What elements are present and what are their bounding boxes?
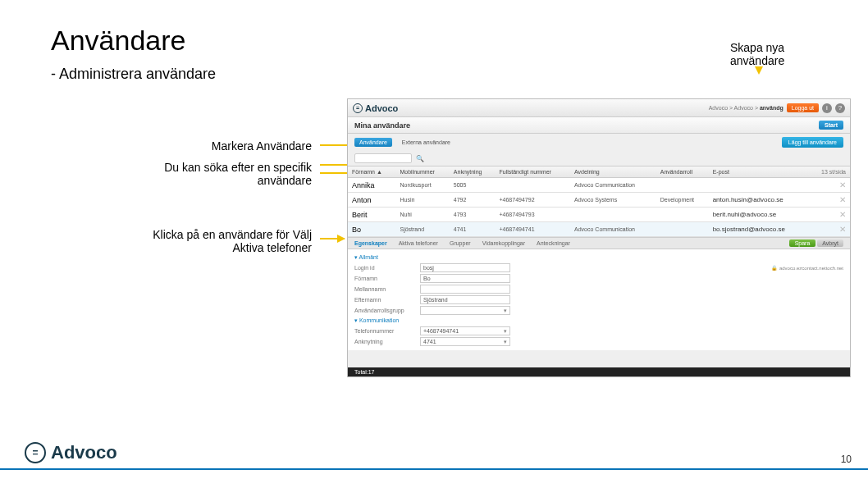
footer-logo-text: Advoco xyxy=(51,442,117,463)
domain-hint: 🔒advoco.ezcontact.nettoch.net xyxy=(771,265,843,271)
callout-create: Skapa nya användare xyxy=(730,41,820,67)
delete-row-icon[interactable]: ✕ xyxy=(809,193,850,208)
delete-row-icon[interactable]: ✕ xyxy=(809,178,850,193)
col-ext[interactable]: Anknytning xyxy=(450,166,496,178)
save-button[interactable]: Spara xyxy=(789,239,816,247)
filter-bar: Användare Externa användare Lägg till an… xyxy=(348,134,850,151)
label-login: Login id xyxy=(354,265,420,271)
section-general[interactable]: ▾ Allmänt xyxy=(354,253,843,262)
field-rolegroup[interactable] xyxy=(420,306,510,315)
app-header: = Advoco Advoco > Advoco > användg Logga… xyxy=(348,99,850,117)
field-firstname[interactable]: Bo xyxy=(420,274,510,283)
users-table: Förnamn ▲ Mobilnummer Anknytning Fullstä… xyxy=(348,166,850,237)
tab-forwarding[interactable]: Vidarekopplingar xyxy=(482,240,525,246)
app-footer: Total:17 xyxy=(348,367,850,376)
field-phone[interactable]: +4687494741 xyxy=(420,326,510,335)
field-login[interactable]: bosj xyxy=(420,263,510,272)
label-lastname: Efternamn xyxy=(354,297,420,303)
page-title-bar: Mina användare Start xyxy=(348,117,850,134)
table-row[interactable]: AntonHusin4792+4687494792Advoco SystemsD… xyxy=(348,193,850,208)
page-title: Mina användare xyxy=(354,121,410,130)
field-extension[interactable]: 4741 xyxy=(420,337,510,346)
callout-mark: Markera Användare xyxy=(148,139,312,153)
table-row[interactable]: AnnikaNordkusport5005Advoco Communicatio… xyxy=(348,178,850,193)
field-middlename[interactable] xyxy=(420,285,510,294)
breadcrumb: Advoco > Advoco > användg xyxy=(709,105,783,111)
label-rolegroup: Användarrollsgrupp xyxy=(354,308,420,313)
label-extension: Anknytning xyxy=(354,339,420,344)
label-firstname: Förnamn xyxy=(354,276,420,281)
tab-active-phones[interactable]: Aktiva telefoner xyxy=(399,240,438,246)
tab-properties[interactable]: Egenskaper xyxy=(354,240,387,246)
col-count: 13 st/sida xyxy=(809,166,850,178)
table-header-row: Förnamn ▲ Mobilnummer Anknytning Fullstä… xyxy=(348,166,850,178)
search-row: 🔍 xyxy=(348,151,850,166)
tab-notes[interactable]: Anteckningar xyxy=(537,240,570,246)
help-icon[interactable]: i xyxy=(822,103,832,113)
help-icon[interactable]: ? xyxy=(835,103,845,113)
logo-icon: = xyxy=(25,442,46,463)
col-role[interactable]: Användarroll xyxy=(656,166,709,178)
slide-subtitle: - Administrera användare xyxy=(51,66,216,83)
start-button[interactable]: Start xyxy=(819,121,843,130)
label-middlename: Mellannamn xyxy=(354,286,420,292)
logout-button[interactable]: Logga ut xyxy=(787,103,819,112)
field-lastname[interactable]: Sjöstrand xyxy=(420,295,510,304)
cancel-button[interactable]: Avbryt xyxy=(817,239,843,247)
col-email[interactable]: E-post xyxy=(709,166,809,178)
table-row[interactable]: BoSjöstrand4741+4687494741Advoco Communi… xyxy=(348,222,850,237)
col-dept[interactable]: Avdelning xyxy=(570,166,656,178)
callout-row: Klicka på en användare för Välj Aktiva t… xyxy=(123,228,312,254)
logo-text: Advoco xyxy=(365,103,398,113)
arrow-icon xyxy=(320,238,345,239)
detail-body: ▾ Allmänt Login id bosj 🔒advoco.ezcontac… xyxy=(348,249,850,350)
slide-divider xyxy=(0,468,868,470)
tab-users[interactable]: Användare xyxy=(354,138,392,147)
app-logo: = Advoco xyxy=(353,103,398,113)
delete-row-icon[interactable]: ✕ xyxy=(809,222,850,237)
callout-search: Du kan söka efter en specifik användare xyxy=(148,161,312,187)
label-phone: Telefonnummer xyxy=(354,328,420,334)
add-user-button[interactable]: Lägg till användare xyxy=(782,137,843,148)
search-input[interactable] xyxy=(354,153,412,163)
search-icon[interactable]: 🔍 xyxy=(416,155,424,162)
table-row[interactable]: BeritNuhi4793+4687494793berit.nuhi@advoc… xyxy=(348,208,850,222)
footer-logo: = Advoco xyxy=(25,442,117,463)
col-mobile[interactable]: Mobilnummer xyxy=(395,166,449,178)
delete-row-icon[interactable]: ✕ xyxy=(809,208,850,222)
tab-groups[interactable]: Grupper xyxy=(450,240,471,246)
slide-title: Användare xyxy=(51,25,185,57)
col-fullnum[interactable]: Fullständigt nummer xyxy=(496,166,571,178)
lock-icon: 🔒 xyxy=(771,266,777,271)
col-firstname[interactable]: Förnamn ▲ xyxy=(348,166,395,178)
page-number: 10 xyxy=(841,454,852,465)
logo-icon: = xyxy=(353,103,363,113)
tab-external-users[interactable]: Externa användare xyxy=(397,138,455,147)
app-window: = Advoco Advoco > Advoco > användg Logga… xyxy=(347,98,851,377)
section-communication[interactable]: ▾ Kommunikation xyxy=(354,316,843,326)
detail-tabs: Egenskaper Aktiva telefoner Grupper Vida… xyxy=(348,237,850,249)
